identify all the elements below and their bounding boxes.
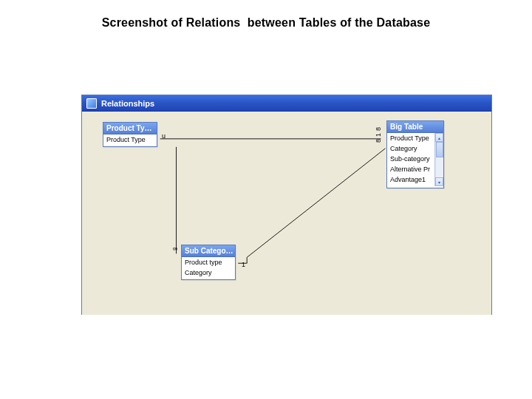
table-header[interactable]: Big Table [387, 121, 443, 133]
relationships-window: Relationships u 818 ∞ 1 Product Ty… Prod… [81, 95, 492, 315]
table-header[interactable]: Sub Catego… [182, 245, 235, 257]
table-field[interactable]: Category [182, 267, 235, 278]
table-field[interactable]: Product type [182, 257, 235, 267]
table-header[interactable]: Product Ty… [103, 123, 157, 134]
window-titlebar[interactable]: Relationships [82, 95, 491, 112]
window-title: Relationships [101, 99, 154, 108]
scroll-up-button[interactable]: ▴ [435, 133, 443, 142]
chevron-down-icon: ▾ [438, 180, 440, 185]
table-field[interactable]: Category [387, 143, 434, 154]
table-field-list: Product type Category [182, 257, 235, 279]
table-field[interactable]: Alternative Pr [387, 164, 434, 174]
chevron-up-icon: ▴ [438, 135, 440, 140]
cardinality-subcategory-top: ∞ [171, 243, 179, 253]
table-field-list: Product Type Category Sub-category Alter… [387, 133, 434, 186]
table-body: Product Type Category Sub-category Alter… [387, 133, 443, 188]
table-field[interactable]: Advantage1 [387, 174, 434, 185]
table-sub-category[interactable]: Sub Catego… Product type Category [181, 245, 236, 280]
table-product-type[interactable]: Product Ty… Product Type [103, 122, 157, 147]
table-scrollbar[interactable]: ▴ ▾ [434, 133, 443, 186]
table-field-list: Product Type [103, 134, 157, 146]
relationships-canvas[interactable]: u 818 ∞ 1 Product Ty… Product Type Sub C… [82, 112, 491, 315]
cardinality-producttype-side: u [162, 132, 166, 140]
scroll-thumb[interactable] [436, 142, 443, 157]
table-field[interactable]: Product Type [103, 134, 157, 145]
table-big-table[interactable]: Big Table Product Type Category Sub-cate… [386, 120, 444, 188]
page-title: Screenshot of Relations between Tables o… [0, 0, 532, 30]
table-field[interactable]: Product Type [387, 133, 434, 143]
table-field[interactable]: Sub-category [387, 154, 434, 164]
cardinality-subcategory-right: 1 [242, 261, 245, 268]
scroll-down-button[interactable]: ▾ [435, 177, 443, 186]
cardinality-bigtable-side: 818 [375, 125, 382, 143]
window-icon [86, 98, 97, 109]
scroll-track[interactable] [435, 142, 443, 177]
